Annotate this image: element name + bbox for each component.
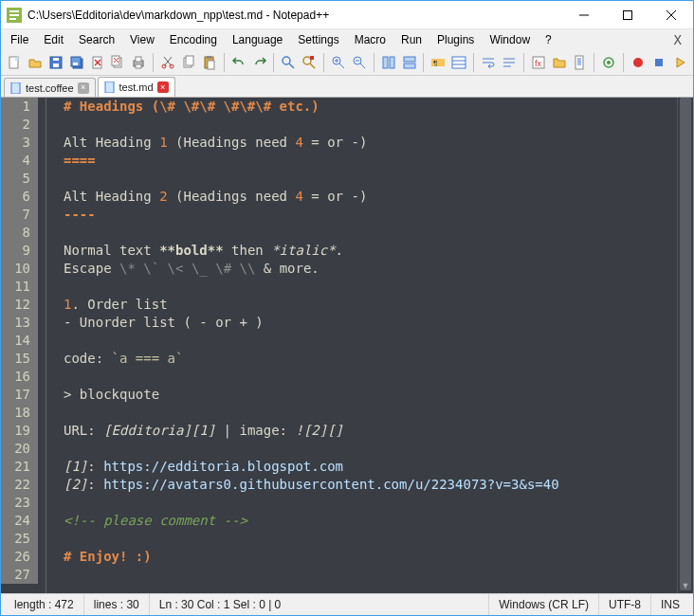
svg-rect-9 (73, 63, 78, 65)
menu-view[interactable]: View (122, 31, 162, 48)
sync-v-icon[interactable] (379, 52, 398, 73)
redo-icon[interactable] (250, 52, 269, 73)
line-number: 20 (1, 440, 38, 458)
code-line[interactable] (64, 530, 677, 548)
paste-icon[interactable] (200, 52, 219, 73)
toggle-ws-icon[interactable]: ¶ (429, 52, 447, 73)
code-line[interactable]: Alt Heading 2 (Headings need 4 = or -) (64, 188, 677, 206)
line-number-gutter: 1234567891011121314151617181920212223242… (1, 98, 46, 593)
find-icon[interactable] (279, 52, 298, 73)
function-list-icon[interactable]: fx (529, 52, 548, 73)
code-line[interactable]: Normal text **bold** then *italic*. (64, 242, 677, 260)
all-chars-icon[interactable] (500, 52, 519, 73)
sync-h-icon[interactable] (400, 52, 419, 73)
code-line[interactable]: <!-- please comment --> (64, 512, 677, 530)
scrollbar-thumb[interactable] (680, 98, 691, 590)
undo-icon[interactable] (229, 52, 248, 73)
close-doc-button[interactable]: X (665, 32, 691, 47)
tab-test-coffee[interactable]: test.coffee× (4, 78, 96, 97)
folder-panel-icon[interactable] (550, 52, 569, 73)
zoom-out-icon[interactable] (350, 52, 369, 73)
status-insert-mode[interactable]: INS (651, 594, 689, 615)
print-icon[interactable] (129, 52, 148, 73)
code-line[interactable] (64, 332, 677, 350)
svg-rect-21 (207, 56, 211, 59)
tab-test-md[interactable]: test.md× (98, 77, 175, 97)
wordwrap-icon[interactable] (479, 52, 498, 73)
svg-rect-34 (452, 57, 466, 68)
monitor-icon[interactable] (599, 52, 618, 73)
menu-run[interactable]: Run (393, 31, 429, 48)
zoom-in-icon[interactable] (329, 52, 348, 73)
code-line[interactable]: 1. Order list (64, 296, 677, 314)
indent-guide-icon[interactable] (449, 52, 468, 73)
line-number: 9 (1, 242, 38, 260)
code-line[interactable]: - Unorder list ( - or + ) (64, 314, 677, 332)
new-file-icon[interactable] (5, 52, 24, 73)
menu-search[interactable]: Search (71, 31, 122, 48)
replace-icon[interactable] (300, 52, 319, 73)
close-button[interactable] (649, 1, 693, 29)
svg-rect-43 (105, 82, 114, 93)
code-line[interactable] (64, 368, 677, 386)
code-line[interactable]: # Enjoy! :) (64, 548, 677, 566)
code-line[interactable] (64, 278, 677, 296)
menu-window[interactable]: Window (482, 31, 538, 48)
line-number: 18 (1, 404, 38, 422)
play-macro-icon[interactable] (670, 52, 689, 73)
code-line[interactable]: code: `a === a` (64, 350, 677, 368)
line-number: 22 (1, 476, 38, 494)
svg-rect-31 (404, 63, 415, 68)
close-all-icon[interactable] (108, 52, 127, 73)
file-icon (104, 82, 116, 93)
code-line[interactable]: ---- (64, 206, 677, 224)
menu-edit[interactable]: Edit (36, 31, 71, 48)
save-icon[interactable] (46, 52, 65, 73)
copy-icon[interactable] (179, 52, 198, 73)
menu-macro[interactable]: Macro (347, 31, 393, 48)
close-file-icon[interactable] (88, 52, 107, 73)
code-line[interactable]: [1]: https://edditoria.blogspot.com (64, 458, 677, 476)
menu-language[interactable]: Language (225, 31, 290, 48)
line-number: 17 (1, 386, 38, 404)
code-line[interactable]: [2]: https://avatars0.githubusercontent.… (64, 476, 677, 494)
code-line[interactable]: Escape \* \` \< \_ \# \\ & more. (64, 260, 677, 278)
scroll-down-icon[interactable]: ▼ (678, 577, 693, 593)
svg-point-24 (303, 57, 311, 64)
code-line[interactable] (64, 440, 677, 458)
tab-close-icon[interactable]: × (157, 82, 169, 93)
doc-map-icon[interactable] (571, 52, 590, 73)
code-line[interactable]: Alt Heading 1 (Headings need 4 = or -) (64, 134, 677, 152)
menu-settings[interactable]: Settings (290, 31, 346, 48)
line-number: 5 (1, 170, 38, 188)
record-macro-icon[interactable] (629, 52, 648, 73)
menu-file[interactable]: File (3, 31, 36, 48)
save-all-icon[interactable] (67, 52, 86, 73)
code-line[interactable] (64, 116, 677, 134)
status-encoding[interactable]: UTF-8 (599, 594, 651, 615)
menu-encoding[interactable]: Encoding (162, 31, 225, 48)
code-editor[interactable]: # Headings (\# \#\# \#\#\# etc.) Alt Hea… (46, 98, 677, 593)
code-line[interactable]: > blockquote (64, 386, 677, 404)
cut-icon[interactable] (158, 52, 177, 73)
code-line[interactable] (64, 404, 677, 422)
editor-area: 1234567891011121314151617181920212223242… (1, 97, 693, 593)
code-line[interactable] (64, 170, 677, 188)
minimize-button[interactable] (562, 1, 606, 29)
open-file-icon[interactable] (26, 52, 45, 73)
maximize-button[interactable] (606, 1, 649, 29)
code-line[interactable] (64, 494, 677, 512)
code-line[interactable] (64, 224, 677, 242)
code-line[interactable]: URL: [Edditoria][1] | image: ![2][] (64, 422, 677, 440)
vertical-scrollbar[interactable]: ▲ ▼ (677, 98, 693, 593)
code-line[interactable]: ==== (64, 152, 677, 170)
code-line[interactable] (64, 566, 677, 584)
menu-[interactable]: ? (538, 31, 559, 48)
menu-plugins[interactable]: Plugins (429, 31, 482, 48)
tab-close-icon[interactable]: × (78, 82, 89, 94)
status-eol[interactable]: Windows (CR LF) (489, 594, 599, 615)
code-line[interactable]: # Headings (\# \#\# \#\#\# etc.) (64, 98, 677, 116)
stop-macro-icon[interactable] (649, 52, 668, 73)
title-bar: C:\Users\Edditoria\dev\markdown_npp\test… (1, 1, 693, 29)
line-number: 3 (1, 134, 38, 152)
